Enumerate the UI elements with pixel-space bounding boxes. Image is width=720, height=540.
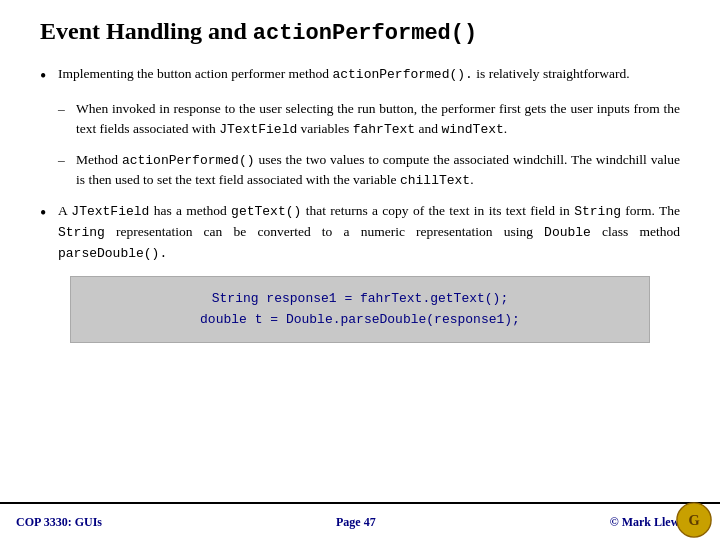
- bullet1-suffix: is relatively straightforward.: [473, 66, 630, 81]
- bullet2-text3: form. The: [621, 203, 680, 218]
- code-block: String response1 = fahrText.getText(); d…: [70, 276, 650, 344]
- bullet2-text5: class method: [591, 224, 680, 239]
- sub1-mono3: windText: [441, 122, 503, 137]
- sub2-text1: Method: [76, 152, 122, 167]
- bullet-dot-1: •: [40, 64, 58, 89]
- sub-bullets: – When invoked in response to the user s…: [58, 99, 680, 191]
- sub-text-2: Method actionPerformed() uses the two va…: [76, 150, 680, 192]
- slide-page: Event Handling and actionPerformed() • I…: [0, 0, 720, 540]
- bullet2-mono1: JTextField: [71, 204, 149, 219]
- svg-text:G: G: [688, 512, 699, 528]
- footer-center: Page 47: [336, 515, 376, 530]
- bullet-dot-2: •: [40, 201, 58, 226]
- sub-bullet-item-1: – When invoked in response to the user s…: [58, 99, 680, 139]
- bullet2-mono4: String: [58, 225, 105, 240]
- bullet2-text2: that returns a copy of the text in its t…: [301, 203, 574, 218]
- code-line-2: double t = Double.parseDouble(response1)…: [91, 310, 629, 331]
- bullet-text-2: A JTextField has a method getText() that…: [58, 201, 680, 264]
- sub1-text4: .: [504, 121, 507, 136]
- bullet1-mono1: actionPerformed().: [332, 67, 472, 82]
- sub1-text3: and: [415, 121, 441, 136]
- main-content: Event Handling and actionPerformed() • I…: [0, 0, 720, 502]
- title-text: Event Handling and: [40, 18, 253, 44]
- slide-title: Event Handling and actionPerformed(): [40, 18, 680, 46]
- bullet2-mono2: getText(): [231, 204, 301, 219]
- sub1-mono1: JTextField: [219, 122, 297, 137]
- sub2-text3: .: [470, 172, 473, 187]
- bullet2-mono5: Double: [544, 225, 591, 240]
- title-mono: actionPerformed(): [253, 21, 477, 46]
- bullet2-text1: has a method: [149, 203, 231, 218]
- sub-dash-1: –: [58, 99, 76, 119]
- sub2-mono1: actionPerformed(): [122, 153, 255, 168]
- sub-dash-2: –: [58, 150, 76, 170]
- bullet2-text4: representation can be converted to a num…: [105, 224, 544, 239]
- bullet1-prefix: Implementing the button action performer…: [58, 66, 332, 81]
- bullet2-prefix1: A: [58, 203, 71, 218]
- sub-text-1: When invoked in response to the user sel…: [76, 99, 680, 139]
- footer: COP 3330: GUIs Page 47 © Mark Llewellyn …: [0, 502, 720, 540]
- bullet-text-1: Implementing the button action performer…: [58, 64, 630, 85]
- footer-logo: G: [676, 502, 712, 538]
- sub2-mono2: chillText: [400, 173, 470, 188]
- sub1-mono2: fahrText: [353, 122, 415, 137]
- sub-bullet-item-2: – Method actionPerformed() uses the two …: [58, 150, 680, 192]
- code-line-1: String response1 = fahrText.getText();: [91, 289, 629, 310]
- bullet-item-2: • A JTextField has a method getText() th…: [40, 201, 680, 264]
- sub1-text2: variables: [297, 121, 352, 136]
- bullet2-mono3: String: [574, 204, 621, 219]
- bullet2-mono6: parseDouble().: [58, 246, 167, 261]
- bullet-item-1: • Implementing the button action perform…: [40, 64, 680, 89]
- footer-left: COP 3330: GUIs: [16, 515, 102, 530]
